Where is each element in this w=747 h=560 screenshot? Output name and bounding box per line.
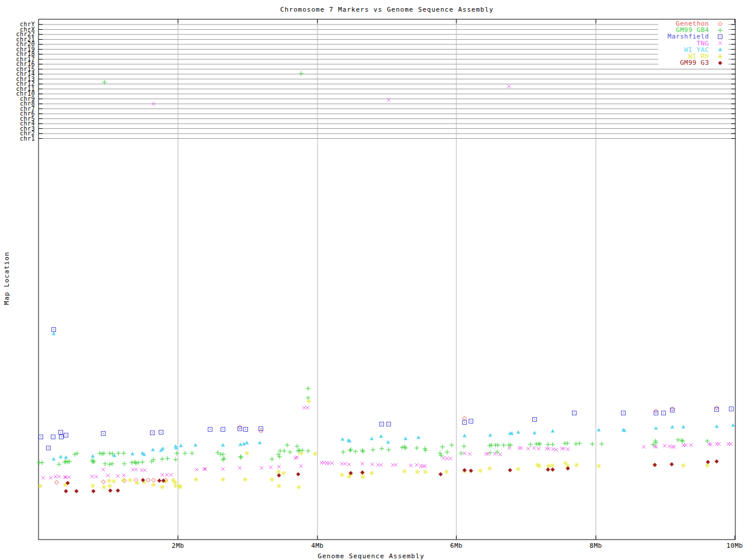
- marker: [277, 465, 281, 468]
- marker: [260, 466, 263, 470]
- marker: [360, 448, 365, 453]
- marker: [151, 431, 155, 435]
- marker: [622, 411, 626, 415]
- marker: [462, 444, 466, 449]
- diamond-fill-legend-icon: [717, 60, 724, 66]
- marker: [495, 450, 500, 454]
- marker: [445, 450, 449, 454]
- marker: [577, 441, 582, 446]
- marker: [64, 455, 68, 459]
- x-legend-icon: [717, 40, 724, 47]
- marker: [122, 474, 125, 477]
- y-tick-label-chr1: chr1: [0, 136, 35, 142]
- marker: [102, 432, 106, 436]
- legend-item-gm99-g3: GM99 G3: [658, 60, 724, 66]
- marker: [158, 479, 161, 482]
- marker: [49, 476, 53, 480]
- marker: [653, 444, 657, 448]
- marker: [421, 464, 425, 468]
- marker: [705, 463, 710, 468]
- marker: [67, 475, 71, 479]
- marker: [245, 451, 249, 456]
- marker: [97, 451, 102, 456]
- marker: [64, 489, 68, 493]
- marker: [563, 461, 568, 466]
- marker: [528, 442, 533, 447]
- marker: [313, 452, 317, 456]
- marker: [38, 484, 43, 488]
- marker: [173, 457, 178, 462]
- triangle-legend-icon: [717, 46, 724, 53]
- marker: [276, 470, 281, 474]
- marker: [55, 481, 59, 485]
- marker: [341, 450, 345, 454]
- marker: [54, 475, 57, 478]
- marker: [51, 435, 55, 439]
- marker: [550, 442, 555, 447]
- marker: [245, 440, 249, 444]
- marker: [348, 447, 353, 452]
- marker: [107, 478, 111, 483]
- marker: [417, 435, 421, 439]
- x-tick-label-8Mb: 8Mb: [589, 542, 602, 550]
- marker: [121, 451, 126, 456]
- legend-label: TNG: [697, 40, 709, 47]
- marker: [404, 436, 408, 440]
- marker: [361, 471, 364, 474]
- marker: [132, 460, 137, 464]
- marker: [438, 451, 442, 456]
- marker: [423, 464, 427, 468]
- marker: [299, 464, 303, 468]
- marker: [238, 466, 242, 470]
- marker: [327, 461, 331, 465]
- series-tng: [41, 85, 732, 480]
- marker: [551, 468, 554, 471]
- marker: [57, 462, 61, 467]
- marker: [439, 473, 442, 476]
- marker: [72, 452, 77, 457]
- marker: [684, 443, 687, 447]
- marker: [178, 485, 183, 489]
- marker: [590, 442, 595, 446]
- marker: [379, 463, 383, 467]
- marker: [415, 463, 418, 467]
- marker: [282, 449, 287, 453]
- marker: [131, 468, 135, 471]
- marker: [533, 418, 537, 422]
- marker: [296, 449, 301, 453]
- marker: [41, 476, 45, 480]
- marker: [463, 433, 467, 437]
- marker: [306, 406, 309, 410]
- marker: [90, 484, 95, 488]
- marker: [672, 445, 676, 449]
- marker: [130, 460, 134, 465]
- marker: [670, 463, 673, 466]
- marker: [190, 451, 194, 456]
- marker: [537, 464, 542, 468]
- marker: [341, 437, 345, 440]
- marker: [376, 463, 380, 467]
- marker: [151, 482, 156, 487]
- marker: [140, 460, 145, 464]
- marker: [414, 446, 419, 450]
- marker: [705, 439, 710, 443]
- legend-item-marshfield: Marshfield: [658, 33, 724, 40]
- marker: [379, 446, 384, 451]
- marker: [484, 452, 488, 456]
- x-tick-label-2Mb: 2Mb: [172, 542, 184, 550]
- legend-label: GM99 G3: [680, 60, 709, 66]
- marker: [306, 396, 310, 400]
- marker: [498, 453, 502, 456]
- marker: [729, 407, 734, 411]
- marker: [526, 447, 530, 450]
- marker: [642, 445, 645, 449]
- marker: [565, 441, 570, 446]
- marker: [159, 430, 163, 435]
- marker: [597, 428, 601, 431]
- y-axis-label: Map Location: [3, 251, 11, 304]
- marker: [52, 328, 56, 332]
- marker: [442, 456, 445, 460]
- marker: [128, 478, 132, 482]
- marker: [566, 447, 570, 451]
- marker: [469, 419, 473, 424]
